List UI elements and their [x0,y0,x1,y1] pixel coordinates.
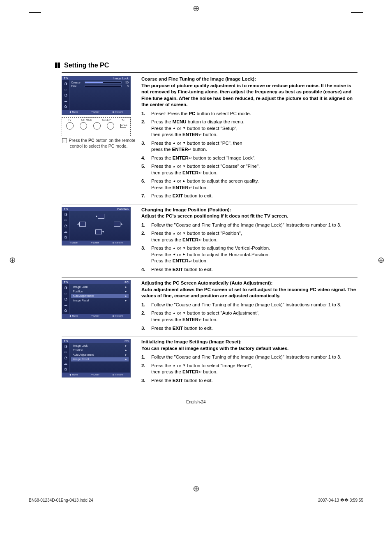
osd-position: T V Position ◑ ▭ ◔ ☁ ✿ ▲ [62,207,131,245]
section2-intro: Adjust the PC's screen positioning if it… [141,213,288,218]
registration-mark-icon: ⊕ [193,484,200,493]
menu-icon: ▭ [64,218,67,222]
menu-icon: ◔ [64,297,67,301]
menu-icon: ☁ [64,361,67,366]
menu-icon: ◑ [64,212,67,216]
section2-heading: Changing the Image Position (Position): [141,207,231,212]
osd-enter: ↵Enter [91,110,99,114]
registration-mark-icon: ⊕ [193,3,200,13]
osd-pc-auto: T V PC ◑ ▭ ◔ ☁ ✿ Image Lock▸Position▸Aut… [62,280,131,319]
section-auto-adjustment: T V PC ◑ ▭ ◔ ☁ ✿ Image Lock▸Position▸Aut… [62,280,357,336]
osd-pc-reset: T V PC ◑ ▭ ◔ ☁ ✿ Image Lock▸Position▸Aut… [62,339,131,378]
registration-mark-icon: ⊕ [378,255,385,265]
osd-return: 〓 Return [112,110,123,114]
section-image-lock: T V Image Lock ◑ ▭ ◔ ☁ ✿ Coarse50Fine0 [62,76,357,204]
section1-heading: Coarse and Fine Tuning of the Image (Ima… [141,76,256,81]
remote-note: ☞ Press the PC button on the remote cont… [62,138,136,149]
print-footer-right: 2007-04-13 �� 3:59:55 [318,498,363,503]
section2-steps: 1.Follow the "Coarse and Fine Tuning of … [141,222,357,273]
osd-header: PC [125,340,129,343]
osd-image-lock: T V Image Lock ◑ ▭ ◔ ☁ ✿ Coarse50Fine0 [62,76,131,115]
osd-tv-label: T V [64,208,68,211]
menu-icon: ✿ [64,367,67,371]
menu-icon: ◑ [64,285,67,290]
osd-enter: ↵Enter [91,373,99,377]
menu-icon: ▭ [64,87,67,91]
menu-icon: ✿ [64,308,67,313]
section-position: T V Position ◑ ▭ ◔ ☁ ✿ ▲ [62,207,357,278]
section3-heading: Adjusting the PC Screen Automatically (A… [141,280,272,285]
osd-tv-label: T V [64,77,68,80]
section1-steps: 1.Preset: Press the PC button to select … [141,111,357,199]
section4-intro: You can replace all image settings with … [141,346,288,351]
print-footer-left: BN68-01234D-01Eng-0413.indd 24 [29,498,93,503]
menu-icon: ☁ [64,303,67,307]
osd-header: PC [125,281,129,284]
registration-mark-icon: ⊕ [9,255,16,265]
osd-header: Image Lock [113,77,129,80]
osd-move: ◆ Move [69,314,78,318]
section4-steps: 1.Follow the "Coarse and Fine Tuning of … [141,354,357,384]
section3-steps: 1.Follow the "Coarse and Fine Tuning of … [141,302,357,331]
menu-icon: ☁ [64,99,67,103]
osd-enter: ↵Enter [91,241,99,245]
osd-return: 〓 Return [112,241,123,245]
menu-icon: ◔ [64,356,67,360]
menu-icon: ▭ [64,291,67,295]
menu-icon: ✿ [64,104,67,109]
section-title: Setting the PC [62,62,363,69]
osd-move: ✧Move [69,241,78,245]
osd-move: ◆ Move [69,110,78,114]
page-number: English-24 [29,400,363,404]
section-image-reset: T V PC ◑ ▭ ◔ ☁ ✿ Image Lock▸Position▸Aut… [62,339,357,388]
menu-icon: ◑ [64,81,67,86]
osd-return: 〓 Return [112,373,123,377]
remote-diagram: TVCH MGRSLEEPPC HDMI [62,117,131,136]
section4-heading: Initializing the Image Settings (Image R… [141,339,242,344]
osd-return: 〓 Return [112,314,123,318]
osd-enter: ↵Enter [91,314,99,318]
menu-icon: ◔ [64,93,67,97]
menu-icon: ◑ [64,344,67,348]
menu-icon: ◔ [64,224,67,228]
section3-intro: Auto adjustment allows the PC screen of … [141,287,356,299]
osd-tv-label: T V [64,340,68,343]
section1-intro: The purpose of picture quality adjustmen… [141,83,353,107]
hand-icon: ☞ [62,138,67,143]
menu-icon: ☁ [64,229,67,234]
osd-header: Position [117,208,129,211]
menu-icon: ▭ [64,350,67,354]
osd-tv-label: T V [64,281,68,284]
osd-move: ◆ Move [69,373,78,377]
menu-icon: ✿ [64,235,67,239]
